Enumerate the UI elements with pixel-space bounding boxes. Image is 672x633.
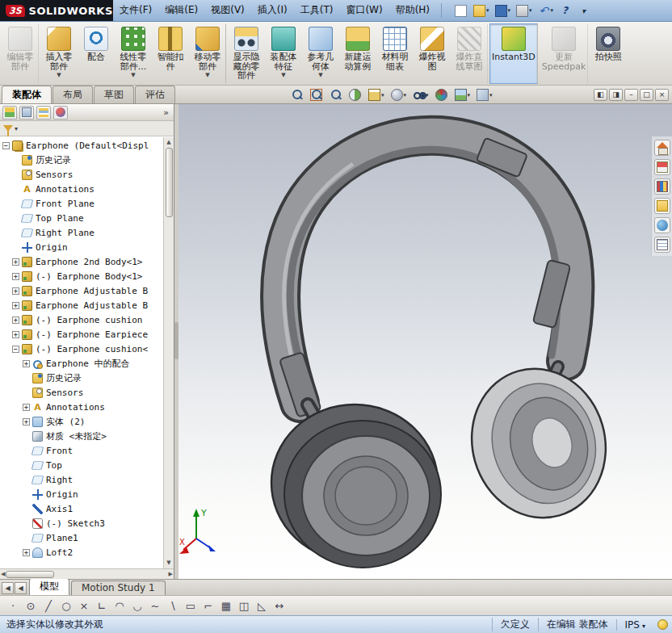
tile-left-button[interactable]: ◧ <box>594 89 607 101</box>
expander[interactable] <box>12 287 19 295</box>
expander[interactable] <box>12 346 19 353</box>
expander[interactable] <box>12 302 19 309</box>
scroll-right-icon[interactable]: ▶ <box>169 569 173 580</box>
hud-button[interactable] <box>434 88 450 102</box>
tab-scroll-left-icon[interactable]: ◀ <box>15 582 27 594</box>
menu-item[interactable]: 编辑(E) <box>158 0 204 21</box>
quick-toolbar-button[interactable]: ▾ <box>494 4 513 18</box>
hud-button[interactable]: ▾ <box>453 88 472 102</box>
restore-window-button[interactable]: □ <box>640 89 653 101</box>
tree-item[interactable]: 实体 (2) <box>2 414 163 429</box>
erase-tool-icon[interactable]: × <box>76 597 92 614</box>
tree-item[interactable]: Annotations <box>2 182 163 196</box>
tree-item[interactable]: (-) Earphone Earpiece <box>2 327 163 342</box>
move-component-button[interactable]: 移动零 部件 ▼ <box>189 23 226 84</box>
tree-item[interactable]: Top <box>2 458 163 472</box>
expander[interactable] <box>2 142 10 149</box>
reference-geometry-button[interactable]: 参考几 何体 ▼ <box>302 23 339 84</box>
tab-scroll-left-icon[interactable]: ◀ <box>2 582 14 594</box>
quick-tips-icon[interactable] <box>657 619 668 630</box>
menu-item[interactable]: 窗口(W) <box>339 0 388 21</box>
expander[interactable] <box>23 360 30 367</box>
filter-icon[interactable] <box>3 125 13 132</box>
hud-button[interactable] <box>289 88 305 102</box>
scroll-left-icon[interactable]: ◀ <box>1 569 5 580</box>
new-motion-study-button[interactable]: 新建运 动算例 <box>339 23 376 84</box>
mirror-tool-icon[interactable]: ◫ <box>236 597 252 614</box>
quick-toolbar-button[interactable]: ▾ <box>472 4 491 18</box>
instant3d-button[interactable]: Instant3D <box>489 23 538 84</box>
menu-item[interactable]: 插入(I) <box>251 0 294 21</box>
update-speedpak-button[interactable]: 更新 Speedpak <box>540 23 589 84</box>
menu-item[interactable]: 文件(F) <box>113 0 158 21</box>
edit-component-button[interactable]: 编辑零 部件 <box>2 23 39 84</box>
tree-item[interactable]: Sensors <box>2 385 163 400</box>
command-tab[interactable]: 评估 <box>135 86 175 103</box>
tree-item[interactable]: Earphone 中的配合 <box>2 356 163 371</box>
quick-toolbar-button[interactable]: ▾ <box>536 4 556 18</box>
expander[interactable] <box>23 418 30 425</box>
expander[interactable] <box>12 258 19 266</box>
expander[interactable] <box>23 549 30 556</box>
tree-item[interactable]: Earphone 2nd Body<1> <box>2 254 163 269</box>
tree-item[interactable]: Annotations <box>2 400 163 414</box>
tree-item[interactable]: 材质 <未指定> <box>2 429 163 443</box>
command-tab[interactable]: 草图 <box>94 86 134 103</box>
line-tool-icon[interactable]: ╱ <box>40 597 57 614</box>
tree-item[interactable]: 历史记录 <box>2 371 163 385</box>
tree-item[interactable]: Origin <box>2 487 163 501</box>
hud-button[interactable]: ▾ <box>411 88 430 102</box>
take-snapshot-button[interactable]: 拍快照 <box>590 23 627 84</box>
tree-item[interactable]: (-) Sketch3 <box>2 516 163 530</box>
smart-fasteners-button[interactable]: 智能扣 件 <box>152 23 189 84</box>
model-tab[interactable]: Motion Study 1 <box>71 581 166 595</box>
task-pane-button[interactable] <box>654 159 670 175</box>
tree-item[interactable]: Earphone (Default<Displ <box>2 138 163 153</box>
tree-item[interactable]: Earphone Adjustable B <box>2 298 163 312</box>
panel-tab[interactable] <box>36 106 51 119</box>
menu-item[interactable]: 工具(T) <box>294 0 340 21</box>
hud-button[interactable] <box>347 88 363 102</box>
tree-item[interactable]: Loft2 <box>2 545 163 560</box>
smart-dimension-icon[interactable]: ⊙ <box>23 597 39 614</box>
hud-button[interactable]: ▾ <box>475 88 494 102</box>
panel-tab[interactable] <box>19 106 34 119</box>
tree-item[interactable]: Sensors <box>2 167 163 182</box>
tangent-arc-tool-icon[interactable]: ◡ <box>129 597 145 614</box>
tree-vertical-scrollbar[interactable]: ▲ ▼ <box>163 137 174 568</box>
task-pane-button[interactable] <box>654 178 670 195</box>
tree-item[interactable]: Front <box>2 443 163 458</box>
menu-item[interactable]: 帮助(H) <box>389 0 436 21</box>
menu-item[interactable]: 视图(V) <box>204 0 251 21</box>
hud-button[interactable]: ▾ <box>367 88 386 102</box>
point-tool-icon[interactable]: · <box>5 597 21 614</box>
command-tab[interactable]: 装配体 <box>2 86 52 103</box>
panel-tab[interactable] <box>2 106 17 119</box>
quick-toolbar-button[interactable] <box>576 4 592 18</box>
quick-toolbar-button[interactable] <box>453 4 469 18</box>
explode-line-sketch-button[interactable]: 爆炸直 线草图 <box>451 23 488 84</box>
task-pane-button[interactable] <box>654 237 670 253</box>
panel-overflow-chevron[interactable]: » <box>161 107 171 118</box>
show-hidden-components-button[interactable]: 显示隐 藏的零 部件 <box>228 23 265 84</box>
insert-components-button[interactable]: 插入零 部件 ▼ <box>40 23 78 84</box>
expander[interactable] <box>12 331 19 338</box>
pattern-tool-icon[interactable]: ▦ <box>218 597 234 614</box>
spline-tool-icon[interactable]: ~ <box>147 597 163 614</box>
task-pane-button[interactable] <box>654 198 670 214</box>
hud-button[interactable] <box>328 88 344 102</box>
bill-of-materials-button[interactable]: 材料明 细表 <box>376 23 414 84</box>
tree-item[interactable]: Earphone Adjustable B <box>2 283 163 298</box>
tile-right-button[interactable]: ◨ <box>609 89 623 101</box>
scrollbar-thumb[interactable] <box>6 571 54 578</box>
command-tab[interactable]: 布局 <box>52 86 93 103</box>
circle-tool-icon[interactable]: ○ <box>58 597 74 614</box>
perpendicular-tool-icon[interactable]: ∟ <box>94 597 110 614</box>
expander[interactable] <box>23 404 30 411</box>
tree-item[interactable]: Right Plane <box>2 225 163 240</box>
scroll-down-icon[interactable]: ▼ <box>166 558 170 568</box>
hud-button[interactable]: ▾ <box>389 88 409 102</box>
tree-item[interactable]: Top Plane <box>2 211 163 225</box>
mate-button[interactable]: 配合 <box>78 23 115 84</box>
quick-toolbar-button[interactable] <box>557 4 573 18</box>
